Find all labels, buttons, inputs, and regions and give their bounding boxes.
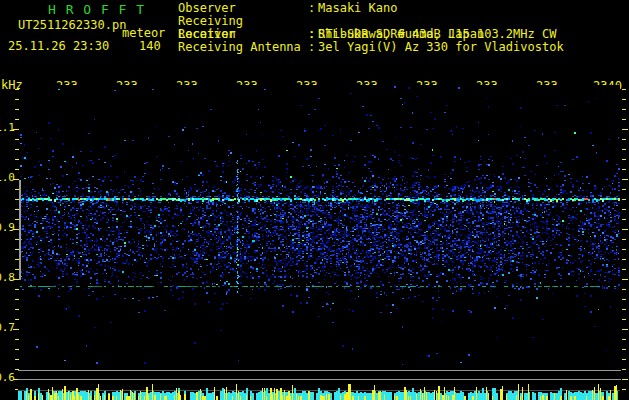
- y-axis-tick: [15, 339, 19, 340]
- y-axis-tick: [15, 309, 19, 310]
- y-axis-tick: [15, 299, 19, 300]
- right-axis-tick: [622, 189, 626, 190]
- right-axis-tick: [622, 369, 626, 370]
- right-axis-tick: [622, 129, 628, 130]
- right-axis-tick: [622, 389, 626, 390]
- filename-label: UT2511262330.pn: [18, 19, 126, 32]
- right-axis-tick: [622, 219, 626, 220]
- y-axis-tick: [15, 159, 19, 160]
- y-axis-tick: [13, 129, 19, 130]
- right-axis-tick: [622, 229, 628, 230]
- strip-frame-line-top: [18, 370, 621, 371]
- y-axis-tick: [15, 139, 19, 140]
- right-axis-tick: [622, 89, 626, 90]
- right-axis-tick: [622, 109, 626, 110]
- right-axis-tick: [622, 329, 628, 330]
- signal-strip-canvas: [18, 382, 620, 400]
- right-axis-tick: [622, 119, 626, 120]
- app-title: H R O F F T: [48, 3, 145, 17]
- right-axis-tick: [622, 199, 626, 200]
- y-axis-tick: [13, 329, 19, 330]
- info-value: 3el Yagi(V) Az 330 for Vladivostok: [318, 40, 564, 54]
- y-axis-tick: [15, 289, 19, 290]
- right-axis-tick: [622, 249, 626, 250]
- right-axis-tick: [622, 159, 626, 160]
- y-axis-tick: [15, 89, 19, 90]
- info-row-antenna: Receiving Antenna:3el Yagi(V) Az 330 for…: [178, 41, 564, 54]
- spectrogram-canvas: [20, 85, 620, 365]
- left-edge-marker-line: [19, 180, 21, 280]
- datetime-label: 25.11.26 23:30: [8, 40, 109, 53]
- y-axis-tick: [15, 169, 19, 170]
- y-axis-tick: [15, 319, 19, 320]
- right-axis-tick: [622, 379, 628, 380]
- y-tick-label: 0.9: [0, 222, 15, 234]
- info-value: RTL-SDR SDR# 43dB L15 103.2MHz CW: [318, 27, 556, 41]
- y-axis-tick: [15, 359, 19, 360]
- y-axis-tick: [15, 109, 19, 110]
- right-axis-tick: [622, 309, 626, 310]
- y-tick-label: 1.1: [0, 122, 15, 134]
- right-axis-tick: [622, 339, 626, 340]
- info-label: Receiving Antenna: [178, 41, 308, 54]
- right-axis-tick: [622, 179, 628, 180]
- right-axis-tick: [622, 319, 626, 320]
- colon: :: [308, 2, 318, 15]
- y-tick-label: 0.7: [0, 322, 15, 334]
- right-axis-tick: [622, 279, 628, 280]
- y-axis-tick: [15, 119, 19, 120]
- right-axis-tick: [622, 239, 626, 240]
- right-axis-tick: [622, 169, 626, 170]
- y-axis-tick: [15, 149, 19, 150]
- right-axis-tick: [622, 209, 626, 210]
- y-axis-tick: [15, 99, 19, 100]
- y-tick-label: 0.6: [0, 372, 15, 384]
- y-tick-label: 0.8: [0, 272, 15, 284]
- right-axis-tick: [622, 139, 626, 140]
- colon: :: [308, 41, 318, 54]
- right-axis-tick: [622, 289, 626, 290]
- y-axis-tick: [15, 349, 19, 350]
- right-axis-tick: [622, 299, 626, 300]
- hrofft-window: H R O F F T UT2511262330.pn meteor 25.11…: [0, 0, 629, 400]
- right-axis-tick: [622, 359, 626, 360]
- right-axis-tick: [622, 349, 626, 350]
- right-axis-tick: [622, 269, 626, 270]
- right-axis-tick: [622, 259, 626, 260]
- y-tick-label: 1.0: [0, 172, 15, 184]
- info-value: Masaki Kano: [318, 1, 397, 15]
- strip-frame-line-bottom: [18, 379, 621, 380]
- right-axis-tick: [622, 149, 626, 150]
- right-axis-tick: [622, 99, 626, 100]
- echo-count: 140: [139, 40, 161, 53]
